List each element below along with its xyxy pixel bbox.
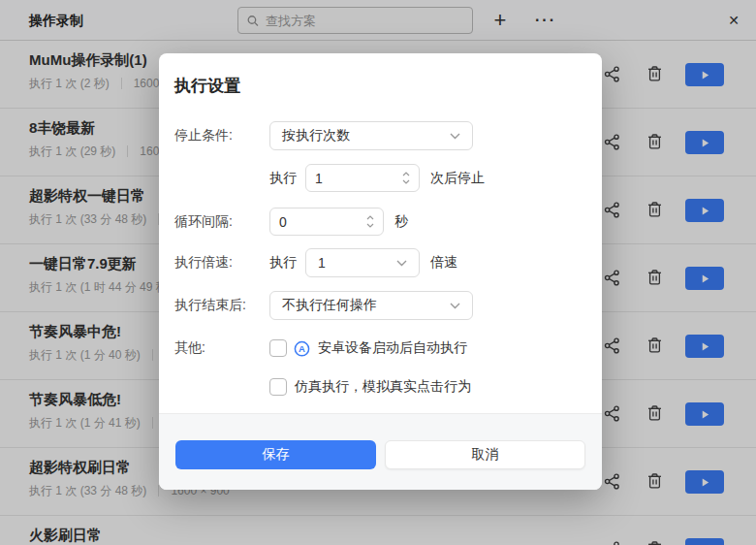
spinner-up-icon[interactable] xyxy=(366,215,374,220)
speed-select[interactable]: 1 xyxy=(305,248,420,277)
speed-prefix: 执行 xyxy=(269,254,297,272)
spinner-down-icon[interactable] xyxy=(402,179,410,184)
chevron-down-icon xyxy=(450,303,460,309)
loop-interval-input[interactable]: 0 xyxy=(269,208,384,236)
save-button[interactable]: 保存 xyxy=(175,440,376,469)
simulate-label: 仿真执行，模拟真实点击行为 xyxy=(295,378,471,396)
speed-label: 执行倍速: xyxy=(174,254,269,272)
operation-recording-window: 操作录制 + ··· ✕ MuMu操作录制(1) 执行 1 次 (2 秒)160… xyxy=(0,0,756,545)
loop-interval-suffix: 秒 xyxy=(394,213,408,231)
stop-condition-select[interactable]: 按执行次数 xyxy=(269,121,473,150)
auto-start-label: 安卓设备启动后自动执行 xyxy=(318,339,467,357)
simulate-checkbox[interactable] xyxy=(269,378,287,396)
svg-text:A: A xyxy=(299,343,305,354)
speed-value: 1 xyxy=(318,255,326,271)
others-label: 其他: xyxy=(174,339,269,357)
execution-settings-dialog: 执行设置 停止条件: 按执行次数 执行 1 xyxy=(159,53,602,490)
cancel-button[interactable]: 取消 xyxy=(385,440,585,469)
after-end-value: 不执行任何操作 xyxy=(282,297,377,314)
exec-times-value: 1 xyxy=(315,171,323,186)
stop-condition-label: 停止条件: xyxy=(174,127,269,144)
number-spinner[interactable] xyxy=(366,215,374,228)
dialog-footer: 保存 取消 xyxy=(159,413,602,490)
number-spinner[interactable] xyxy=(402,172,410,184)
spinner-down-icon[interactable] xyxy=(366,223,374,228)
exec-times-input[interactable]: 1 xyxy=(305,164,420,192)
speed-suffix: 倍速 xyxy=(430,254,457,272)
exec-times-suffix: 次后停止 xyxy=(430,170,485,187)
after-end-select[interactable]: 不执行任何操作 xyxy=(269,291,473,320)
dialog-title: 执行设置 xyxy=(174,75,586,98)
android-icon: A xyxy=(294,340,310,357)
chevron-down-icon xyxy=(450,133,460,140)
after-end-label: 执行结束后: xyxy=(174,297,269,314)
loop-interval-value: 0 xyxy=(279,214,287,230)
spinner-up-icon[interactable] xyxy=(402,172,410,176)
auto-start-checkbox[interactable] xyxy=(269,339,287,357)
exec-times-prefix: 执行 xyxy=(269,170,297,187)
stop-condition-value: 按执行次数 xyxy=(282,127,350,144)
chevron-down-icon xyxy=(396,260,407,267)
loop-interval-label: 循环间隔: xyxy=(174,213,269,231)
